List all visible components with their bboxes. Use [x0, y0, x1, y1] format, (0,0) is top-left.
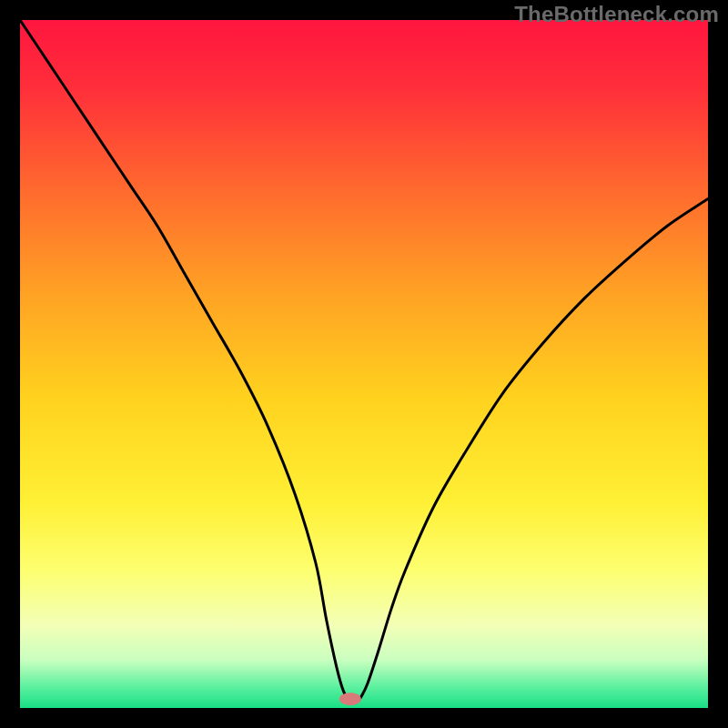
optimal-point-marker	[339, 693, 361, 705]
chart-frame: TheBottleneck.com	[0, 0, 728, 728]
bottleneck-chart	[20, 20, 708, 708]
watermark-text: TheBottleneck.com	[514, 2, 719, 27]
plot-area	[20, 20, 708, 708]
chart-background	[20, 20, 708, 708]
